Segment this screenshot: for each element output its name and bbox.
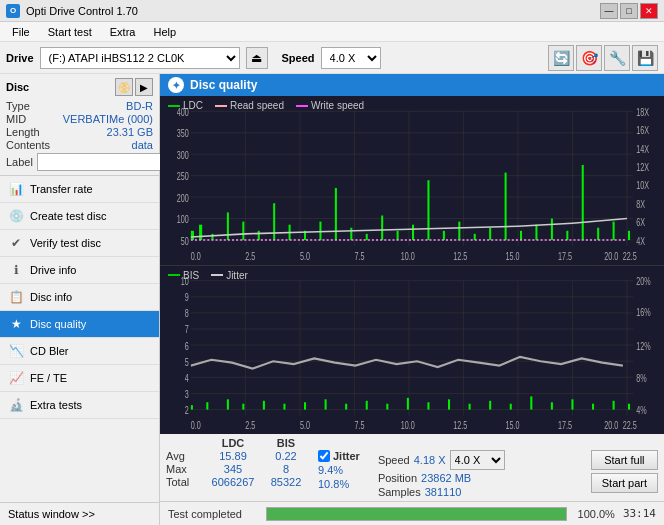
disc-contents-value: data: [132, 139, 153, 151]
svg-text:7.5: 7.5: [354, 251, 364, 263]
minimize-button[interactable]: —: [600, 3, 618, 19]
toolbar-btn-1[interactable]: 🔄: [548, 45, 574, 71]
disc-quality-title: Disc quality: [190, 78, 257, 92]
drive-info-icon: ℹ: [8, 262, 24, 278]
position-label: Position: [378, 472, 417, 484]
sidebar-item-drive-info[interactable]: ℹ Drive info: [0, 257, 159, 284]
svg-rect-25: [319, 222, 321, 240]
max-label: Max: [166, 463, 202, 475]
sidebar-item-disc-info[interactable]: 📋 Disc info: [0, 284, 159, 311]
svg-rect-35: [474, 234, 476, 240]
legend-write-speed: Write speed: [296, 100, 364, 111]
svg-text:6X: 6X: [636, 217, 645, 229]
sidebar-item-transfer-rate[interactable]: 📊 Transfer rate: [0, 176, 159, 203]
svg-text:2.5: 2.5: [245, 419, 255, 431]
svg-rect-104: [489, 400, 491, 409]
jitter-checkbox[interactable]: [318, 450, 330, 462]
svg-text:4: 4: [185, 372, 189, 384]
svg-rect-111: [628, 403, 630, 409]
jitter-color: [211, 274, 223, 276]
sidebar-item-extra-tests[interactable]: 🔬 Extra tests: [0, 392, 159, 419]
svg-rect-29: [381, 215, 383, 240]
svg-rect-92: [242, 403, 244, 409]
sidebar-label-create-test-disc: Create test disc: [30, 210, 106, 222]
charts-area: LDC Read speed Write speed: [160, 96, 664, 434]
chart-ldc: LDC Read speed Write speed: [160, 96, 664, 266]
toolbar-btn-2[interactable]: 🎯: [576, 45, 602, 71]
progress-percent: 100.0%: [575, 508, 615, 520]
disc-type-label: Type: [6, 100, 30, 112]
close-button[interactable]: ✕: [640, 3, 658, 19]
status-text: Test completed: [168, 508, 258, 520]
chart1-legend: LDC Read speed Write speed: [168, 100, 364, 111]
disc-info-icon: 📋: [8, 289, 24, 305]
toolbar-icons: 🔄 🎯 🔧 💾: [548, 45, 658, 71]
svg-rect-108: [571, 399, 573, 409]
svg-text:12%: 12%: [636, 340, 651, 352]
chart-ldc-area: LDC Read speed Write speed: [160, 96, 664, 265]
disc-length-label: Length: [6, 126, 40, 138]
disc-icon-btn-1[interactable]: 📀: [115, 78, 133, 96]
disc-panel-title: Disc: [6, 81, 29, 93]
menu-file[interactable]: File: [4, 24, 38, 40]
sidebar-item-fe-te[interactable]: 📈 FE / TE: [0, 365, 159, 392]
drive-select[interactable]: (F:) ATAPI iHBS112 2 CL0K: [40, 47, 240, 69]
svg-rect-101: [427, 402, 429, 409]
start-part-button[interactable]: Start part: [591, 473, 658, 493]
speed-select[interactable]: 4.0 X: [321, 47, 381, 69]
svg-text:10.0: 10.0: [401, 419, 415, 431]
svg-text:2.5: 2.5: [245, 251, 255, 263]
svg-rect-91: [227, 399, 229, 409]
sidebar-item-create-test-disc[interactable]: 💿 Create test disc: [0, 203, 159, 230]
ldc-header: LDC: [206, 437, 260, 449]
sidebar: Disc 📀 ▶ Type BD-R MID VERBATIMe (000) L…: [0, 74, 160, 525]
sidebar-item-disc-quality[interactable]: ★ Disc quality: [0, 311, 159, 338]
disc-icon-btn-2[interactable]: ▶: [135, 78, 153, 96]
svg-text:18X: 18X: [636, 107, 649, 119]
speed-select-dropdown[interactable]: 4.0 X: [450, 450, 505, 470]
toolbar-btn-3[interactable]: 🔧: [604, 45, 630, 71]
svg-rect-31: [412, 225, 414, 240]
svg-text:0.0: 0.0: [191, 251, 201, 263]
svg-rect-98: [366, 400, 368, 409]
status-window-button[interactable]: Status window >>: [0, 502, 159, 525]
read-speed-color: [215, 105, 227, 107]
svg-rect-17: [199, 225, 202, 240]
svg-text:3: 3: [185, 388, 189, 400]
sidebar-label-fe-te: FE / TE: [30, 372, 67, 384]
svg-rect-32: [427, 180, 429, 240]
maximize-button[interactable]: □: [620, 3, 638, 19]
svg-text:9: 9: [185, 291, 189, 303]
toolbar-btn-4[interactable]: 💾: [632, 45, 658, 71]
sidebar-item-verify-test-disc[interactable]: ✔ Verify test disc: [0, 230, 159, 257]
sidebar-item-cd-bler[interactable]: 📉 CD Bler: [0, 338, 159, 365]
disc-panel-header: Disc 📀 ▶: [6, 78, 153, 96]
samples-row: Samples 381110: [378, 486, 505, 498]
svg-rect-18: [211, 234, 213, 240]
svg-rect-34: [458, 222, 460, 240]
disc-label-label: Label: [6, 156, 33, 168]
avg-bis: 0.22: [264, 450, 308, 462]
svg-text:8: 8: [185, 308, 189, 320]
svg-rect-105: [510, 403, 512, 409]
drive-label: Drive: [6, 52, 34, 64]
svg-text:17.5: 17.5: [558, 419, 572, 431]
avg-jitter: 9.4%: [318, 464, 343, 476]
verify-test-disc-icon: ✔: [8, 235, 24, 251]
menu-extra[interactable]: Extra: [102, 24, 144, 40]
menu-start-test[interactable]: Start test: [40, 24, 100, 40]
menu-help[interactable]: Help: [145, 24, 184, 40]
svg-rect-38: [520, 231, 522, 240]
start-full-button[interactable]: Start full: [591, 450, 658, 470]
eject-button[interactable]: ⏏: [246, 47, 268, 69]
disc-quality-header-icon: ✦: [168, 77, 184, 93]
svg-rect-40: [551, 219, 553, 240]
disc-contents-row: Contents data: [6, 139, 153, 151]
svg-text:8X: 8X: [636, 198, 645, 210]
svg-text:250: 250: [177, 171, 189, 183]
progress-bar-fill: [267, 508, 566, 520]
sidebar-label-verify-test-disc: Verify test disc: [30, 237, 101, 249]
svg-rect-21: [258, 231, 260, 240]
svg-text:20.0: 20.0: [604, 251, 618, 263]
jitter-max-row: 10.8%: [318, 478, 360, 490]
